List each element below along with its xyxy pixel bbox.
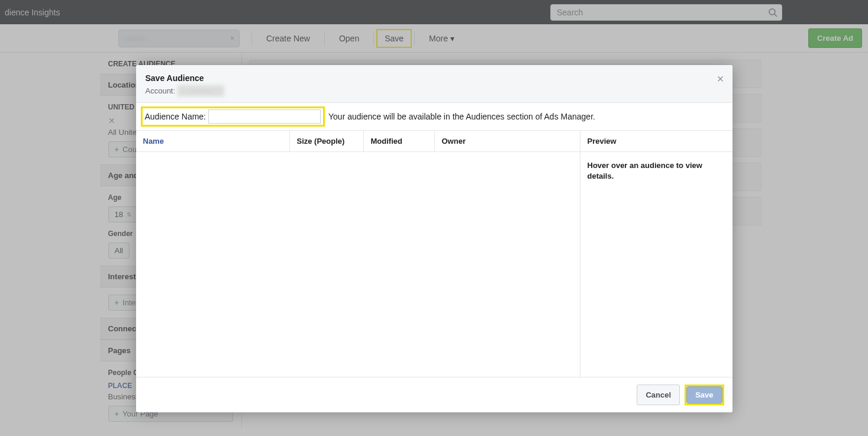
modal-account: Account: ——— [146, 86, 723, 95]
modal-save-button[interactable]: Save [686, 386, 722, 403]
modal-title: Save Audience [146, 73, 723, 83]
audience-name-row: Audience Name: Your audience will be ava… [136, 103, 733, 131]
preview-hint: Hover over an audience to view details. [580, 152, 733, 190]
table-empty-body [136, 152, 580, 377]
column-preview: Preview [580, 131, 733, 152]
modal-footer: Cancel Save [136, 377, 733, 412]
save-highlight: Save [685, 385, 724, 405]
audience-name-input[interactable] [208, 109, 321, 124]
column-owner[interactable]: Owner [435, 131, 579, 151]
modal-overlay: Save Audience Account: ——— × Audience Na… [0, 0, 868, 429]
audience-name-label: Audience Name: [145, 109, 209, 124]
cancel-button[interactable]: Cancel [637, 385, 680, 405]
audience-name-hint: Your audience will be available in the A… [328, 112, 595, 121]
save-audience-modal: Save Audience Account: ——— × Audience Na… [136, 65, 733, 412]
preview-column: Preview Hover over an audience to view d… [580, 131, 733, 377]
modal-header: Save Audience Account: ——— × [136, 65, 733, 103]
table-main: Name Size (People) Modified Owner [136, 131, 580, 377]
column-size[interactable]: Size (People) [290, 131, 364, 151]
column-modified[interactable]: Modified [364, 131, 435, 151]
name-field-highlight: Audience Name: [141, 106, 325, 127]
column-name[interactable]: Name [136, 131, 290, 151]
close-icon[interactable]: × [717, 72, 724, 86]
audience-table: Name Size (People) Modified Owner Previe… [136, 131, 733, 377]
table-header-row: Name Size (People) Modified Owner [136, 131, 580, 152]
